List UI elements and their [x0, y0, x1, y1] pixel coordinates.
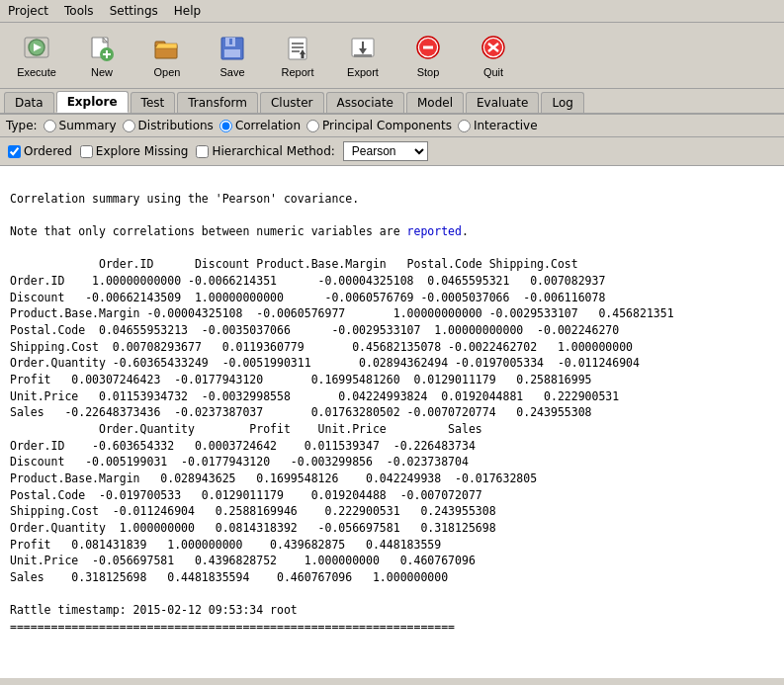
export-icon	[347, 33, 379, 64]
radio-summary-label: Summary	[59, 119, 117, 132]
menu-tools[interactable]: Tools	[60, 2, 98, 20]
stop-button[interactable]: Stop	[397, 27, 459, 84]
radio-principal-components[interactable]: Principal Components	[306, 119, 452, 132]
save-label: Save	[219, 66, 244, 78]
options-bar: Ordered Explore Missing Hierarchical Met…	[0, 137, 784, 166]
tab-transform[interactable]: Transform	[177, 92, 258, 113]
ordered-checkbox[interactable]	[8, 145, 21, 158]
radio-correlation-label: Correlation	[235, 119, 301, 132]
radio-correlation-input[interactable]	[219, 120, 232, 132]
ordered-checkbox-label[interactable]: Ordered	[8, 144, 72, 158]
open-icon	[151, 33, 183, 64]
radio-distributions-label: Distributions	[138, 119, 214, 132]
tab-evaluate[interactable]: Evaluate	[466, 92, 539, 113]
tab-explore[interactable]: Explore	[56, 91, 129, 113]
main-tab-bar: Data Explore Test Transform Cluster Asso…	[0, 89, 784, 115]
type-label: Type:	[6, 119, 38, 132]
svg-rect-13	[224, 49, 240, 57]
radio-principal-components-input[interactable]	[306, 120, 319, 132]
tab-cluster[interactable]: Cluster	[260, 92, 324, 113]
tab-test[interactable]: Test	[131, 92, 176, 113]
tab-log[interactable]: Log	[541, 92, 583, 113]
execute-icon	[21, 33, 52, 64]
explore-missing-checkbox[interactable]	[80, 145, 93, 158]
save-icon	[217, 33, 248, 64]
radio-correlation[interactable]: Correlation	[219, 119, 301, 132]
menubar: Project Tools Settings Help	[0, 0, 784, 23]
export-label: Export	[347, 66, 379, 78]
new-button[interactable]: New	[71, 27, 132, 84]
new-icon	[86, 33, 118, 64]
ordered-label: Ordered	[24, 144, 72, 158]
tab-model[interactable]: Model	[406, 92, 464, 113]
tab-associate[interactable]: Associate	[326, 92, 404, 113]
export-button[interactable]: Export	[332, 27, 393, 84]
save-button[interactable]: Save	[202, 27, 263, 84]
hierarchical-checkbox[interactable]	[196, 145, 209, 158]
quit-button[interactable]: Quit	[463, 27, 524, 84]
open-label: Open	[154, 66, 181, 78]
svg-rect-24	[354, 54, 372, 57]
report-icon	[282, 33, 313, 64]
open-button[interactable]: Open	[136, 27, 198, 84]
hierarchical-label: Hierarchical Method:	[212, 144, 334, 158]
quit-icon	[478, 33, 509, 64]
menu-help[interactable]: Help	[170, 2, 205, 20]
stop-icon	[412, 33, 444, 64]
stop-label: Stop	[417, 66, 440, 78]
radio-interactive-input[interactable]	[458, 120, 471, 132]
execute-button[interactable]: Execute	[6, 27, 67, 84]
radio-distributions-input[interactable]	[123, 120, 135, 132]
sub-tab-bar: Type: Summary Distributions Correlation …	[0, 115, 784, 137]
explore-missing-label: Explore Missing	[96, 144, 189, 158]
radio-distributions[interactable]: Distributions	[123, 119, 214, 132]
hierarchical-checkbox-label[interactable]: Hierarchical Method:	[196, 144, 334, 158]
menu-project[interactable]: Project	[4, 2, 52, 20]
new-label: New	[91, 66, 113, 78]
tab-data[interactable]: Data	[4, 92, 54, 113]
svg-marker-10	[155, 43, 177, 48]
toolbar: Execute New Open	[0, 23, 784, 89]
menu-settings[interactable]: Settings	[106, 2, 162, 20]
svg-rect-14	[229, 39, 232, 44]
report-button[interactable]: Report	[267, 27, 328, 84]
report-label: Report	[281, 66, 313, 78]
radio-summary[interactable]: Summary	[44, 119, 117, 132]
radio-summary-input[interactable]	[44, 120, 56, 132]
radio-interactive-label: Interactive	[474, 119, 538, 132]
quit-label: Quit	[483, 66, 503, 78]
execute-label: Execute	[17, 66, 56, 78]
explore-missing-checkbox-label[interactable]: Explore Missing	[80, 144, 189, 158]
radio-principal-components-label: Principal Components	[322, 119, 452, 132]
content-area: Correlation summary using the 'Pearson' …	[0, 166, 784, 678]
method-select[interactable]: Pearson Spearman Kendall	[343, 141, 428, 161]
radio-interactive[interactable]: Interactive	[458, 119, 538, 132]
content-text: Correlation summary using the 'Pearson' …	[10, 192, 674, 634]
